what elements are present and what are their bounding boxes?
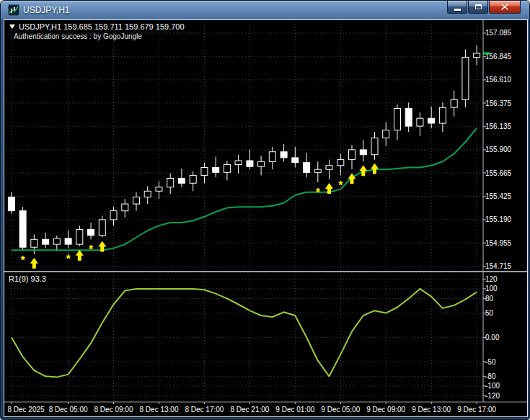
svg-text:156.135: 156.135	[485, 122, 512, 130]
ea-auth-message: Authentication success : by GogoJungle	[14, 32, 142, 40]
svg-text:80: 80	[485, 295, 494, 303]
chart-window: USDJPY,H1 157.085156.845156.610156.37515…	[0, 0, 530, 420]
restore-icon	[475, 4, 482, 9]
minimize-button[interactable]	[447, 1, 467, 14]
close-icon	[501, 4, 508, 10]
panel-divider[interactable]	[4, 271, 527, 272]
titlebar[interactable]: USDJPY,H1	[4, 1, 526, 19]
svg-text:155.425: 155.425	[485, 192, 512, 200]
svg-text:-80: -80	[485, 372, 496, 380]
svg-text:155.900: 155.900	[485, 146, 512, 153]
svg-text:9 Dec 01:00: 9 Dec 01:00	[275, 406, 314, 414]
svg-text:9 Dec 17:00: 9 Dec 17:00	[457, 406, 496, 414]
ohlc-info: USDJPY,H1 159.685 159.711 159.679 159.70…	[9, 22, 185, 31]
close-button[interactable]	[489, 1, 521, 14]
svg-text:8 Dec 21:00: 8 Dec 21:00	[230, 406, 269, 414]
svg-text:*: *	[20, 254, 25, 267]
svg-text:*: *	[89, 243, 94, 256]
svg-text:*: *	[316, 187, 321, 199]
svg-text:*: *	[338, 179, 343, 192]
svg-text:9 Dec 13:00: 9 Dec 13:00	[412, 406, 451, 414]
window-title: USDJPY,H1	[23, 5, 69, 15]
svg-text:-50: -50	[485, 358, 496, 366]
svg-text:154.715: 154.715	[485, 262, 512, 270]
svg-text:8 Dec 13:00: 8 Dec 13:00	[140, 406, 179, 414]
quick-trade-arrow-icon[interactable]	[9, 24, 15, 29]
svg-text:-100: -100	[485, 382, 500, 390]
ohlc-info-text: USDJPY,H1 159.685 159.711 159.679 159.70…	[19, 22, 185, 31]
svg-text:8 Dec 2025: 8 Dec 2025	[7, 406, 45, 414]
minimize-icon	[454, 9, 461, 11]
svg-text:8 Dec 05:00: 8 Dec 05:00	[49, 406, 88, 414]
svg-text:156.375: 156.375	[485, 99, 512, 107]
window-controls	[447, 1, 521, 14]
svg-text:157.085: 157.085	[485, 29, 512, 37]
chart-svg: 157.085156.845156.610156.375156.135155.9…	[4, 20, 527, 415]
svg-text:50: 50	[485, 309, 494, 317]
svg-text:154.955: 154.955	[485, 239, 512, 247]
svg-text:-120: -120	[485, 392, 500, 400]
svg-text:8 Dec 17:00: 8 Dec 17:00	[185, 406, 224, 414]
indicator-label: R1(9) 93.3	[9, 274, 46, 283]
svg-text:155.190: 155.190	[485, 215, 512, 223]
svg-text:100: 100	[485, 285, 498, 292]
svg-text:9 Dec 09:00: 9 Dec 09:00	[366, 406, 405, 414]
svg-text:155.665: 155.665	[485, 169, 512, 177]
svg-text:120: 120	[485, 275, 498, 283]
chart-area[interactable]: 157.085156.845156.610156.375156.135155.9…	[4, 19, 528, 417]
svg-text:156.610: 156.610	[485, 76, 512, 84]
svg-text:8 Dec 09:00: 8 Dec 09:00	[94, 406, 133, 414]
svg-text:*: *	[66, 253, 71, 265]
svg-text:9 Dec 05:00: 9 Dec 05:00	[321, 406, 360, 414]
chart-window-icon	[8, 4, 19, 16]
restore-button[interactable]	[468, 1, 488, 14]
svg-text:0.00: 0.00	[485, 334, 500, 341]
